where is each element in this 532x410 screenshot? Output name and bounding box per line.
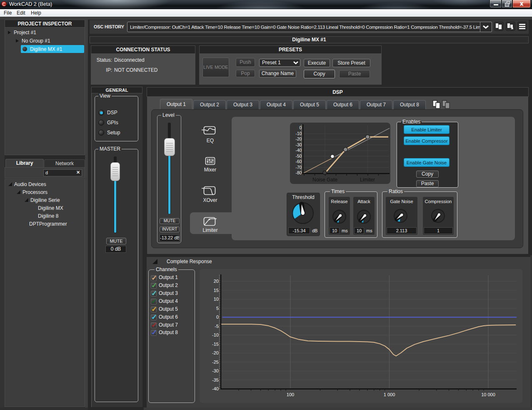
- svg-text:-30: -30: [212, 368, 219, 373]
- svg-text:0: 0: [216, 314, 219, 319]
- svg-text:0: 0: [299, 126, 302, 130]
- svg-text:100: 100: [287, 392, 294, 397]
- svg-text:1 000: 1 000: [384, 392, 395, 397]
- svg-text:15: 15: [214, 288, 219, 293]
- svg-text:-60: -60: [296, 159, 302, 164]
- svg-text:-80: -80: [296, 171, 302, 175]
- svg-text:-50: -50: [296, 154, 302, 158]
- svg-text:20: 20: [214, 279, 219, 284]
- svg-text:Noise Gate: Noise Gate: [312, 177, 337, 183]
- svg-text:10: 10: [214, 297, 219, 302]
- svg-text:Limiter: Limiter: [360, 177, 375, 183]
- svg-text:-15: -15: [212, 342, 219, 347]
- svg-text:-20: -20: [212, 350, 219, 355]
- svg-text:-10: -10: [296, 131, 302, 136]
- svg-text:-35: -35: [212, 377, 219, 382]
- svg-text:-25: -25: [212, 360, 219, 365]
- svg-text:-70: -70: [296, 165, 302, 170]
- svg-text:-20: -20: [296, 137, 302, 141]
- svg-text:-40: -40: [296, 148, 302, 153]
- svg-text:10 000: 10 000: [481, 392, 495, 397]
- svg-text:-40: -40: [212, 386, 219, 391]
- svg-text:5: 5: [216, 306, 219, 311]
- svg-text:-5: -5: [215, 324, 219, 329]
- svg-text:-10: -10: [212, 332, 219, 337]
- svg-text:-30: -30: [296, 143, 302, 147]
